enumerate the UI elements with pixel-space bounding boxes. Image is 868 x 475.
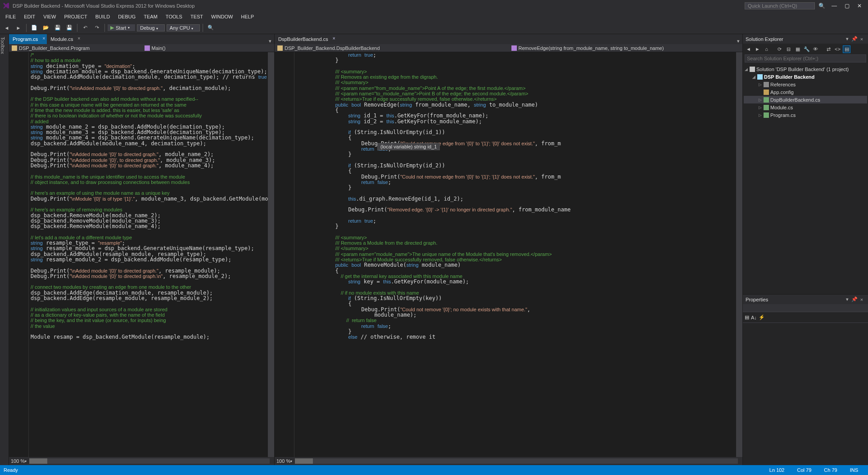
- references-node[interactable]: ▷References: [744, 81, 867, 88]
- categorized-icon[interactable]: ▤: [745, 314, 749, 320]
- start-button[interactable]: ▶Start▾: [108, 24, 135, 31]
- menu-help[interactable]: HELP: [237, 13, 258, 20]
- show-all-icon[interactable]: ▦: [794, 45, 801, 53]
- panel-dropdown-icon[interactable]: ▾: [844, 36, 851, 42]
- tabs-dropdown-icon[interactable]: ▾: [734, 38, 742, 44]
- close-icon[interactable]: ×: [333, 36, 335, 41]
- editor-pane-right: DspBuilderBackend.cs× ▾ DSP_Builder_Back…: [275, 34, 743, 465]
- svg-rect-0: [12, 45, 17, 51]
- solution-explorer-header[interactable]: Solution Explorer ▾ 📌 ×: [743, 34, 868, 44]
- refresh-icon[interactable]: ⟳: [776, 45, 783, 53]
- home-icon[interactable]: ⌂: [763, 45, 770, 53]
- close-button[interactable]: ✕: [854, 1, 865, 10]
- tab-dspbuilderbackend-cs[interactable]: DspBuilderBackend.cs×: [275, 34, 337, 44]
- back-icon[interactable]: ◄: [745, 45, 752, 53]
- menu-team[interactable]: TEAM: [140, 13, 161, 20]
- status-col: Col 79: [791, 467, 818, 473]
- menu-build[interactable]: BUILD: [92, 13, 113, 20]
- close-icon[interactable]: ×: [858, 36, 865, 42]
- tab-module-cs[interactable]: Module.cs×: [47, 34, 82, 44]
- status-ready: Ready: [4, 467, 18, 473]
- svg-rect-7: [764, 90, 769, 95]
- properties-panel: Properties ▾ 📌 × ▤ A↓ ⚡: [743, 294, 868, 465]
- properties-header[interactable]: Properties ▾ 📌 ×: [743, 295, 868, 304]
- properties-icon[interactable]: 🔧: [803, 45, 810, 53]
- nav-fwd-button[interactable]: ►: [14, 23, 23, 33]
- svg-rect-3: [511, 45, 517, 51]
- solution-search-box[interactable]: [743, 54, 868, 64]
- tabs-dropdown-icon[interactable]: ▾: [266, 38, 274, 44]
- nav-class-left[interactable]: DSP_Builder_Backend.Program: [9, 45, 142, 51]
- view-icon[interactable]: ▤: [843, 45, 850, 53]
- fwd-icon[interactable]: ►: [754, 45, 761, 53]
- alphabetical-icon[interactable]: A↓: [751, 315, 757, 320]
- menu-edit[interactable]: EDIT: [20, 13, 39, 20]
- close-icon[interactable]: ×: [42, 36, 45, 41]
- properties-object-combo[interactable]: [743, 304, 868, 312]
- redo-button[interactable]: ↷: [92, 23, 102, 33]
- menu-project[interactable]: PROJECT: [60, 13, 90, 20]
- save-all-button[interactable]: 💾: [64, 23, 74, 33]
- zoom-left[interactable]: 100 %: [11, 458, 25, 464]
- nav-back-button[interactable]: ◄: [2, 23, 12, 33]
- find-button[interactable]: 🔍: [206, 23, 216, 33]
- vscroll-right[interactable]: [736, 52, 742, 457]
- file-dspbuilderbackend[interactable]: ▷DspBuilderBackend.cs: [744, 96, 867, 103]
- nav-member-left[interactable]: Main(): [142, 45, 275, 51]
- hscroll-right[interactable]: [295, 458, 738, 464]
- preview-icon[interactable]: 👁: [812, 45, 819, 53]
- code-editor-left[interactable]: /* // how to add a module string decimat…: [9, 52, 274, 457]
- code-icon[interactable]: <>: [834, 45, 841, 53]
- nav-member-right[interactable]: RemoveEdge(string from_module_name, stri…: [509, 45, 743, 51]
- menu-view[interactable]: VIEW: [40, 13, 59, 20]
- close-icon[interactable]: ×: [858, 297, 865, 302]
- platform-combo[interactable]: Any CPU ▾: [167, 24, 200, 31]
- gutter-right[interactable]: [275, 52, 294, 457]
- svg-rect-9: [764, 105, 769, 110]
- undo-button[interactable]: ↶: [80, 23, 90, 33]
- menubar: FILE EDIT VIEW PROJECT BUILD DEBUG TEAM …: [0, 12, 868, 22]
- statusbar: Ready Ln 102 Col 79 Ch 79 INS: [0, 465, 868, 475]
- collapse-icon[interactable]: ⊟: [785, 45, 792, 53]
- file-program[interactable]: ▷Program.cs: [744, 111, 867, 119]
- svg-rect-6: [764, 82, 769, 87]
- tabstrip-right: DspBuilderBackend.cs× ▾: [275, 34, 742, 44]
- gutter-left[interactable]: [9, 52, 29, 457]
- solution-tree[interactable]: ◢Solution 'DSP Builder Backend' (1 proje…: [743, 64, 868, 294]
- open-button[interactable]: 📂: [41, 23, 51, 33]
- menu-window[interactable]: WINDOW: [208, 13, 236, 20]
- sync-icon[interactable]: ⇄: [825, 45, 832, 53]
- menu-tools[interactable]: TOOLS: [162, 13, 186, 20]
- project-node[interactable]: ◢DSP Builder Backend: [744, 73, 867, 81]
- solution-root[interactable]: ◢Solution 'DSP Builder Backend' (1 proje…: [744, 65, 867, 73]
- props-events-icon[interactable]: ⚡: [759, 314, 765, 320]
- toolbox-tab[interactable]: Toolbox: [0, 34, 9, 465]
- solution-explorer-toolbar: ◄ ► ⌂ ⟳ ⊟ ▦ 🔧 👁 ⇄ <> ▤: [743, 44, 868, 54]
- hscroll-left[interactable]: [29, 458, 270, 464]
- zoom-right[interactable]: 100 %: [276, 458, 290, 464]
- search-icon[interactable]: 🔍: [816, 1, 827, 10]
- nav-class-right[interactable]: DSP_Builder_Backend.DspBuilderBackend: [275, 45, 509, 51]
- code-editor-right[interactable]: return true; } /// <summary> /// Removes…: [275, 52, 742, 457]
- config-combo[interactable]: Debug ▾: [137, 24, 164, 31]
- menu-file[interactable]: FILE: [2, 13, 19, 20]
- pin-icon[interactable]: 📌: [851, 36, 858, 42]
- status-ch: Ch 79: [818, 467, 843, 473]
- status-ins[interactable]: INS: [844, 467, 864, 473]
- vscroll-left[interactable]: [268, 52, 274, 457]
- menu-test[interactable]: TEST: [187, 13, 207, 20]
- pin-icon[interactable]: ×: [78, 36, 81, 41]
- menu-debug[interactable]: DEBUG: [114, 13, 139, 20]
- tab-program-cs[interactable]: Program.cs×: [9, 34, 47, 44]
- minimize-button[interactable]: —: [828, 1, 840, 10]
- maximize-button[interactable]: ▢: [841, 1, 853, 10]
- save-button[interactable]: 💾: [53, 23, 63, 33]
- pin-icon[interactable]: 📌: [851, 296, 858, 302]
- new-project-button[interactable]: 📄: [29, 23, 39, 33]
- quick-launch[interactable]: Quick Launch (Ctrl+Q): [745, 2, 815, 9]
- appconfig-node[interactable]: App.config: [744, 88, 867, 96]
- navbar-right: DSP_Builder_Backend.DspBuilderBackend Re…: [275, 44, 742, 52]
- svg-rect-1: [145, 45, 150, 51]
- file-module[interactable]: ▷Module.cs: [744, 103, 867, 111]
- panel-dropdown-icon[interactable]: ▾: [844, 296, 851, 302]
